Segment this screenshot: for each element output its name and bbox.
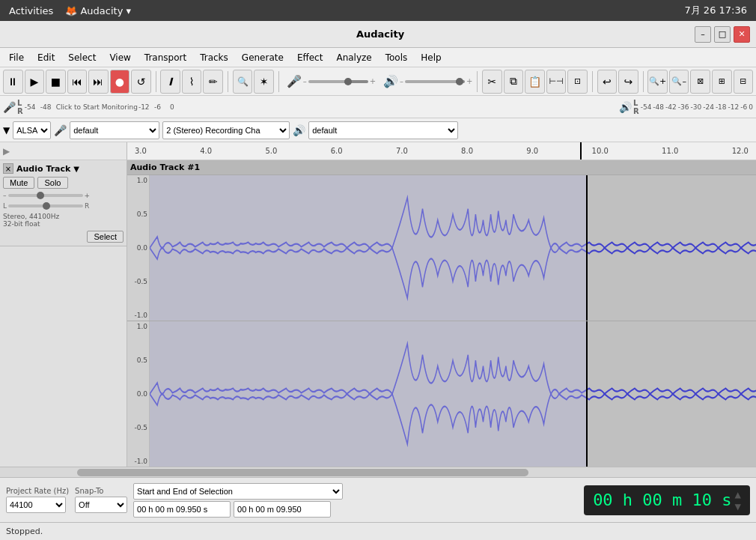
- channel-select[interactable]: 2 (Stereo) Recording Cha: [162, 121, 290, 139]
- ruler-12: 12.0: [732, 147, 749, 155]
- selection-mode-select[interactable]: Start and End of Selection: [133, 483, 343, 500]
- track-close-button[interactable]: ×: [3, 163, 13, 174]
- menu-view[interactable]: View: [103, 51, 136, 64]
- device-bar: ▼ ALSA 🎤 default 2 (Stereo) Recording Ch…: [0, 118, 756, 142]
- lr-split-icon: LR: [17, 99, 23, 115]
- pan-slider[interactable]: [8, 204, 83, 207]
- project-rate-section: Project Rate (Hz) 44100: [6, 487, 69, 513]
- close-button[interactable]: ✕: [734, 26, 750, 43]
- waveform-svg-top: [150, 175, 756, 321]
- click-monitor-label[interactable]: Click to Start Monitoring: [56, 103, 138, 111]
- input-mic-icon: 🎤: [3, 101, 16, 113]
- menu-effect[interactable]: Effect: [291, 51, 329, 64]
- menu-select[interactable]: Select: [62, 51, 102, 64]
- select-tool-button[interactable]: I: [160, 70, 180, 94]
- output-volume-thumb[interactable]: [456, 78, 463, 85]
- stop-button[interactable]: ■: [46, 70, 66, 94]
- record-button[interactable]: ●: [110, 70, 130, 94]
- paste-button[interactable]: 📋: [525, 70, 545, 94]
- zoom-tool-button[interactable]: 🔍: [233, 70, 253, 94]
- separator-2: [228, 71, 228, 92]
- menu-tracks[interactable]: Tracks: [194, 51, 234, 64]
- fit-selection-button[interactable]: ⊠: [690, 70, 710, 94]
- select-button[interactable]: Select: [87, 231, 124, 243]
- ruler-4: 4.0: [200, 147, 212, 155]
- menu-generate[interactable]: Generate: [236, 51, 290, 64]
- vol-down-icon: –: [303, 77, 307, 85]
- audio-host-select[interactable]: ALSA: [13, 121, 51, 139]
- separator-3: [278, 71, 279, 92]
- ruler-9: 9.0: [526, 147, 538, 155]
- copy-button[interactable]: ⧉: [504, 70, 524, 94]
- input-volume-thumb[interactable]: [344, 78, 352, 85]
- track-dropdown-icon[interactable]: ▼: [73, 165, 79, 173]
- loop-button[interactable]: ↺: [131, 70, 151, 94]
- volume-row: – +: [3, 192, 124, 199]
- zoom-normal-button[interactable]: ⊟: [734, 70, 754, 94]
- menu-transport[interactable]: Transport: [138, 51, 192, 64]
- snap-to-select[interactable]: Off: [75, 497, 127, 513]
- redo-button[interactable]: ↪: [618, 70, 638, 94]
- zoom-out-button[interactable]: 🔍–: [669, 70, 689, 94]
- pan-row: L R: [3, 202, 124, 210]
- snap-to-label: Snap-To: [75, 487, 127, 495]
- selection-start-input[interactable]: [133, 501, 231, 518]
- play-button[interactable]: ▶: [25, 70, 45, 94]
- separator-6: [643, 71, 644, 92]
- fit-project-button[interactable]: ⊞: [712, 70, 732, 94]
- tracks-row: × Audio Track ▼ Mute Solo –: [0, 160, 756, 467]
- mic-device-icon: 🎤: [54, 124, 67, 136]
- silence-button[interactable]: ⊡: [567, 70, 588, 94]
- project-rate-select[interactable]: 44100: [6, 497, 66, 513]
- scrollbar-thumb[interactable]: [77, 469, 529, 476]
- pan-r-label: R: [85, 202, 89, 210]
- input-device-select[interactable]: default: [70, 121, 159, 139]
- trim-button[interactable]: ⊢⊣: [546, 70, 567, 94]
- skip-back-button[interactable]: ⏮: [67, 70, 88, 94]
- draw-tool-button[interactable]: ✏: [203, 70, 223, 94]
- output-vu-scale: -54 -48 -42 -36 -30 -24 -18 -12 -6 0: [641, 103, 753, 111]
- volume-slider[interactable]: [8, 194, 83, 197]
- app-indicator[interactable]: 🦊 Audacity ▾: [65, 5, 131, 16]
- selection-end-input[interactable]: [234, 501, 331, 518]
- output-device-select[interactable]: default: [308, 121, 458, 139]
- undo-button[interactable]: ↩: [597, 70, 618, 94]
- solo-button[interactable]: Solo: [37, 177, 67, 189]
- volume-thumb[interactable]: [37, 192, 44, 199]
- app-dropdown-icon[interactable]: ▾: [126, 5, 132, 16]
- speaker-device-icon: 🔊: [293, 124, 305, 136]
- menu-analyze[interactable]: Analyze: [330, 51, 377, 64]
- collapse-icon[interactable]: ▼: [3, 125, 10, 136]
- horizontal-scrollbar[interactable]: [0, 467, 756, 477]
- y-m1.0-top: -1.0: [129, 312, 147, 319]
- pan-thumb[interactable]: [43, 202, 50, 210]
- time-arrow-icon[interactable]: ▲▼: [735, 488, 741, 512]
- output-volume-area: 🔊 – +: [383, 74, 472, 88]
- menu-edit[interactable]: Edit: [31, 51, 61, 64]
- input-vu-scale: -54 -48 Click to Start Monitoring -12 -6…: [25, 103, 612, 111]
- input-vu-bars: -54 -48 Click to Start Monitoring -12 -6…: [25, 103, 612, 111]
- envelope-tool-button[interactable]: ⌇: [182, 70, 202, 94]
- zoom-in-button[interactable]: 🔍+: [647, 70, 668, 94]
- cut-button[interactable]: ✂: [482, 70, 502, 94]
- menu-file[interactable]: File: [3, 51, 30, 64]
- ruler-7: 7.0: [396, 147, 408, 155]
- selection-section: Start and End of Selection: [133, 483, 578, 518]
- play-icon-ruler[interactable]: ▶: [3, 146, 10, 157]
- input-volume-slider[interactable]: [308, 80, 368, 83]
- menu-tools[interactable]: Tools: [379, 51, 414, 64]
- y-m0.5-top: -0.5: [129, 278, 147, 285]
- mute-button[interactable]: Mute: [3, 177, 34, 189]
- minimize-button[interactable]: –: [695, 26, 711, 43]
- title-bar: Audacity – □ ✕: [0, 21, 756, 48]
- maximize-button[interactable]: □: [714, 26, 731, 43]
- out-vol-down-icon: –: [400, 77, 403, 85]
- skip-forward-button[interactable]: ⏭: [88, 70, 109, 94]
- pause-button[interactable]: ⏸: [3, 70, 23, 94]
- multi-tool-button[interactable]: ✶: [254, 70, 274, 94]
- menu-help[interactable]: Help: [415, 51, 447, 64]
- activities-label[interactable]: Activities: [9, 5, 53, 16]
- track-info: Stereo, 44100Hz 32-bit float: [3, 213, 124, 228]
- output-volume-slider[interactable]: [405, 80, 465, 83]
- waveform-canvas-bottom: [150, 321, 756, 467]
